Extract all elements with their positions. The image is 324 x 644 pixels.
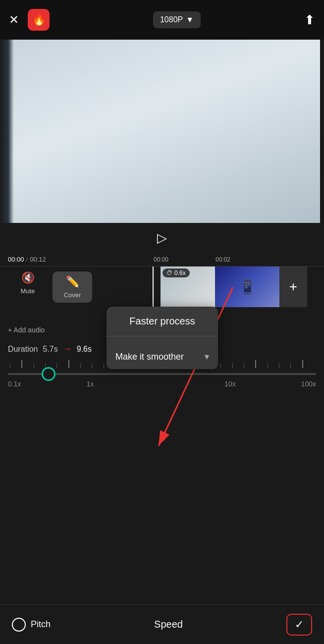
time-current: 00:00 — [8, 256, 24, 263]
smoother-dropdown[interactable]: Make it smoother ▾ — [107, 344, 218, 369]
tick-25 — [290, 363, 302, 368]
mute-icon: 🔇 — [21, 271, 35, 284]
flame-button[interactable]: 🔥 — [28, 9, 50, 31]
speed-label-0: 0.1x — [8, 380, 21, 388]
faster-process-option[interactable]: Faster process — [107, 307, 218, 336]
clip-speed-badge: ⏱ 0.6x — [162, 268, 190, 277]
video-preview — [0, 40, 324, 223]
clip-thumbnail-2[interactable]: 📱 — [215, 267, 279, 307]
speed-labels: 0.1x 1x 10x 100x — [8, 378, 316, 390]
cover-icon: ✏️ — [66, 275, 79, 288]
speed-label-4: 100x — [301, 380, 316, 388]
speed-label-1: 1x — [86, 380, 94, 388]
playback-bar: ▷ — [0, 223, 324, 253]
flame-icon: 🔥 — [32, 13, 46, 26]
cover-label: Cover — [64, 291, 81, 299]
confirm-button[interactable]: ✓ — [286, 614, 312, 636]
upload-icon[interactable]: ⬆ — [304, 12, 315, 28]
duration-prefix: Duration — [8, 345, 38, 354]
add-audio-button[interactable]: + Add audio — [8, 326, 45, 334]
tick-5 — [56, 363, 68, 368]
bottom-nav: Pitch Speed ✓ — [0, 604, 324, 644]
tick-1 — [10, 363, 21, 368]
time-total: 00:12 — [30, 256, 46, 263]
pitch-nav-item[interactable]: Pitch — [12, 618, 51, 632]
video-dark-left — [0, 40, 14, 223]
close-icon[interactable]: ✕ — [9, 13, 19, 27]
mute-label: Mute — [21, 287, 35, 295]
play-icon: ▷ — [157, 230, 167, 246]
speed-nav-label: Speed — [154, 619, 183, 630]
top-bar: ✕ 🔥 1080P ▼ ⬆ — [0, 0, 324, 40]
speed-badge-label: 0.6x — [174, 269, 186, 276]
duration-original: 5.7s — [43, 345, 57, 354]
speed-slider-area: 0.1x 1x 10x 100x Faster process Better q… — [0, 356, 324, 429]
timeline-marker-1: 00:02 — [216, 256, 230, 263]
tick-7 — [80, 363, 92, 368]
tick-2 — [21, 360, 33, 368]
pitch-circle-icon — [12, 618, 26, 632]
tick-26 — [302, 360, 314, 368]
add-clip-icon: + — [289, 279, 297, 295]
resolution-button[interactable]: 1080P ▼ — [153, 11, 201, 28]
time-divider: / — [26, 256, 28, 263]
speed-label-3: 10x — [224, 380, 236, 388]
tick-21 — [244, 363, 255, 368]
tick-22 — [255, 360, 267, 368]
timeline-timestamps: 00:00 / 00:12 00:00 00:02 — [0, 253, 324, 267]
tick-19 — [220, 363, 232, 368]
duration-arrow-icon: → — [63, 344, 72, 354]
resolution-arrow-icon: ▼ — [186, 15, 194, 24]
duration-new: 9.6s — [77, 345, 92, 354]
tick-24 — [279, 363, 290, 368]
speed-track[interactable] — [8, 373, 316, 375]
pitch-label: Pitch — [31, 619, 51, 630]
speed-thumb[interactable] — [42, 367, 55, 381]
add-audio-label: + Add audio — [8, 326, 45, 334]
dropdown-arrow-icon: ▾ — [205, 351, 209, 362]
tick-6 — [68, 360, 80, 368]
tick-8 — [92, 363, 103, 368]
confirm-icon: ✓ — [295, 618, 304, 631]
tick-3 — [34, 363, 45, 368]
add-clip-button[interactable]: + — [279, 267, 307, 307]
resolution-label: 1080P — [160, 15, 183, 24]
tick-23 — [268, 363, 279, 368]
smoother-label: Make it smoother — [115, 352, 184, 362]
cover-button[interactable]: ✏️ Cover — [53, 271, 92, 303]
play-button[interactable]: ▷ — [153, 229, 171, 247]
mute-button[interactable]: 🔇 Mute — [8, 271, 48, 295]
speed-badge-icon: ⏱ — [166, 269, 172, 276]
top-bar-left: ✕ 🔥 — [9, 9, 50, 31]
timeline-marker-0: 00:00 — [154, 256, 168, 263]
video-dark-right — [320, 40, 324, 223]
tick-20 — [232, 363, 244, 368]
